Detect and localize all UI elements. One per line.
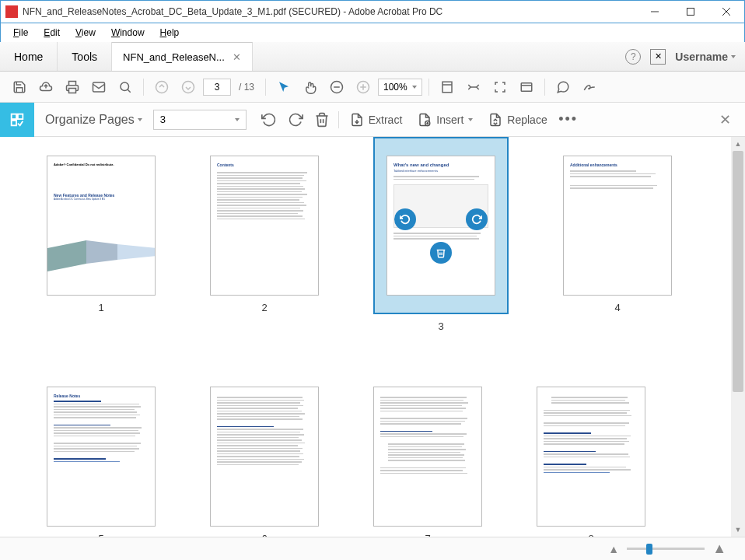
page-number-input[interactable] <box>203 79 231 96</box>
large-thumb-icon[interactable]: ▲ <box>712 541 726 557</box>
organize-pages-tool-icon[interactable] <box>0 103 34 137</box>
slider-handle[interactable] <box>646 544 652 555</box>
scrollbar-thumb[interactable] <box>733 151 743 392</box>
thumbnail-label: 1 <box>98 302 103 313</box>
caret-down-icon <box>235 118 240 121</box>
thumbnail-size-bar: ▲ ▲ <box>0 537 745 560</box>
extract-label: Extract <box>369 114 403 126</box>
thumbnail-size-slider[interactable] <box>627 548 705 550</box>
toolbar-separator <box>265 79 266 96</box>
organize-pages-toolbar: Organize Pages 3 Extract Insert Replace … <box>0 103 745 137</box>
toolbar-separator <box>428 79 429 96</box>
page-thumbnail-2[interactable]: Contents 2 <box>210 156 319 332</box>
fit-page-icon[interactable] <box>435 75 459 99</box>
prev-page-icon[interactable] <box>150 75 173 99</box>
menu-file[interactable]: File <box>5 26 36 40</box>
page-thumbnail-8[interactable]: 8 <box>537 387 645 537</box>
menu-view[interactable]: View <box>68 26 103 40</box>
svg-rect-1 <box>687 9 694 16</box>
selection-tool-icon[interactable] <box>272 75 296 99</box>
username-label: Username <box>675 51 728 63</box>
menu-window[interactable]: Window <box>103 26 152 40</box>
replace-button[interactable]: Replace <box>481 113 554 127</box>
sign-icon[interactable] <box>578 75 601 99</box>
svg-point-8 <box>156 81 168 93</box>
organize-page-value: 3 <box>160 114 166 125</box>
insert-button[interactable]: Insert <box>410 113 481 127</box>
svg-rect-20 <box>12 114 16 118</box>
next-page-icon[interactable] <box>177 75 200 99</box>
organize-pages-dropdown[interactable]: Organize Pages <box>34 113 153 127</box>
page-thumbnail-4[interactable]: Additional enhancements 4 <box>563 156 672 332</box>
svg-point-9 <box>183 81 194 93</box>
menu-help[interactable]: Help <box>152 26 187 40</box>
rotate-ccw-button[interactable] <box>256 107 282 133</box>
svg-rect-4 <box>69 88 76 93</box>
help-icon[interactable]: ? <box>625 49 641 65</box>
save-icon[interactable] <box>8 75 31 99</box>
thumbnail-grid: Adobe® Confidential Do not redistribute.… <box>0 137 745 537</box>
zoom-in-icon[interactable] <box>352 75 375 99</box>
tab-bar: Home Tools NFN_and_ReleaseN... ✕ ? ✕ Use… <box>0 42 745 72</box>
organize-page-select[interactable]: 3 <box>153 110 247 130</box>
caret-down-icon <box>412 86 417 89</box>
email-icon[interactable] <box>87 75 110 99</box>
thumb-delete-button[interactable] <box>430 242 452 264</box>
caret-down-icon <box>138 118 142 121</box>
page-thumbnail-3-selected[interactable]: What's new and changed Tabbed interface … <box>373 137 509 332</box>
more-options-button[interactable]: ••• <box>555 107 582 133</box>
svg-rect-18 <box>521 82 532 91</box>
toolbar-separator <box>338 111 339 128</box>
thumb-rotate-cw-button[interactable] <box>466 208 488 230</box>
thumbnail-label: 4 <box>614 302 620 313</box>
insert-label: Insert <box>436 114 463 126</box>
tab-home[interactable]: Home <box>0 42 58 71</box>
organize-close-button[interactable]: ✕ <box>705 111 745 128</box>
search-icon[interactable] <box>114 75 137 99</box>
close-button[interactable] <box>708 1 744 23</box>
replace-label: Replace <box>507 114 547 126</box>
vertical-scrollbar[interactable]: ▲ ▼ <box>731 137 745 537</box>
toolbar-separator <box>544 79 545 96</box>
organize-pages-label: Organize Pages <box>45 113 135 127</box>
notification-icon[interactable]: ✕ <box>650 49 666 65</box>
cloud-upload-icon[interactable] <box>34 75 58 99</box>
extract-button[interactable]: Extract <box>342 113 411 127</box>
zoom-select[interactable]: 100% <box>378 79 422 96</box>
small-thumb-icon[interactable]: ▲ <box>608 543 619 555</box>
fit-visible-icon[interactable] <box>488 75 512 99</box>
delete-page-button[interactable] <box>309 107 335 133</box>
page-thumbnail-5[interactable]: Release Notes 5 <box>47 387 156 537</box>
read-mode-icon[interactable] <box>515 75 538 99</box>
hand-tool-icon[interactable] <box>299 75 322 99</box>
zoom-out-icon[interactable] <box>325 75 348 99</box>
svg-marker-28 <box>47 240 86 271</box>
page-thumbnail-1[interactable]: Adobe® Confidential Do not redistribute.… <box>47 156 156 332</box>
svg-marker-29 <box>86 240 117 264</box>
app-icon <box>5 5 18 18</box>
menu-edit[interactable]: Edit <box>36 26 68 40</box>
menu-bar: File Edit View Window Help <box>0 23 745 42</box>
comment-icon[interactable] <box>551 75 575 99</box>
thumbnail-label: 3 <box>438 320 443 332</box>
page-total-label: / 13 <box>234 82 259 93</box>
toolbar-separator <box>143 79 144 96</box>
scroll-up-arrow[interactable]: ▲ <box>731 137 745 151</box>
tab-close-icon[interactable]: ✕ <box>233 51 241 63</box>
page-thumbnail-6[interactable]: 6 <box>210 387 319 537</box>
window-title: NFN_and_ReleaseNotes_Acrobat_DC_Beta_Upd… <box>23 6 637 17</box>
minimize-button[interactable] <box>637 1 673 23</box>
maximize-button[interactable] <box>673 1 708 23</box>
print-icon[interactable] <box>61 75 84 99</box>
rotate-cw-button[interactable] <box>282 107 309 133</box>
scroll-down-arrow[interactable]: ▼ <box>731 523 745 537</box>
svg-rect-15 <box>442 82 452 93</box>
zoom-value: 100% <box>383 82 407 93</box>
tab-document-label: NFN_and_ReleaseN... <box>123 51 225 63</box>
tab-tools[interactable]: Tools <box>58 42 112 71</box>
thumb-rotate-ccw-button[interactable] <box>394 208 416 230</box>
page-thumbnail-7[interactable]: 7 <box>373 387 482 537</box>
tab-document[interactable]: NFN_and_ReleaseN... ✕ <box>112 42 253 71</box>
fit-width-icon[interactable] <box>462 75 485 99</box>
user-menu[interactable]: Username <box>675 51 736 63</box>
